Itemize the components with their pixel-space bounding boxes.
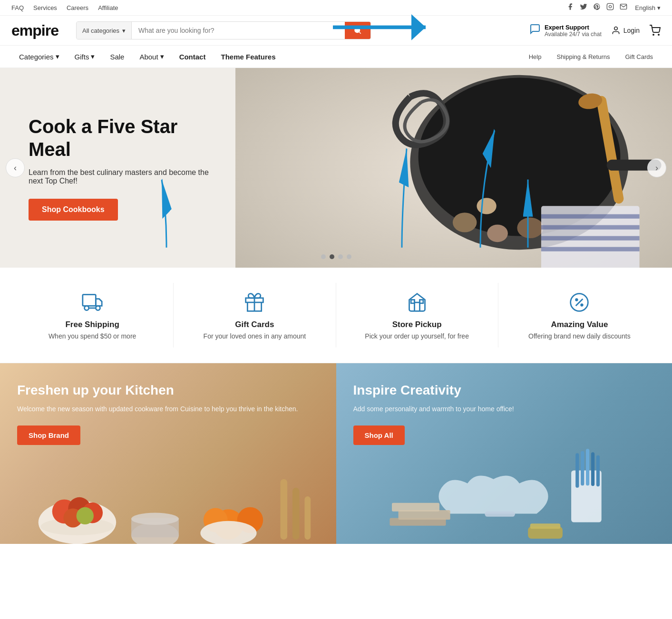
- language-selector[interactable]: English ▾: [635, 4, 661, 11]
- hero-slider: ‹ Cook a Five Star Meal Learn from the b…: [0, 68, 672, 268]
- feature-store-pickup-title: Store Pickup: [392, 320, 442, 329]
- svg-point-23: [85, 306, 89, 310]
- login-button[interactable]: Login: [611, 26, 640, 35]
- svg-point-4: [614, 27, 617, 30]
- svg-rect-48: [281, 479, 288, 540]
- percent-icon: [567, 290, 591, 314]
- slider-dot-2[interactable]: [330, 254, 334, 259]
- slider-dot-1[interactable]: [321, 254, 326, 259]
- gifts-chevron-icon: ▾: [91, 52, 95, 61]
- careers-link[interactable]: Careers: [67, 4, 88, 11]
- svg-point-5: [653, 34, 654, 35]
- expert-support-text: Expert Support Available 24/7 via chat: [545, 24, 602, 38]
- svg-rect-29: [419, 300, 423, 303]
- svg-rect-20: [541, 236, 639, 241]
- features-bar: Free Shipping When you spend $50 or more…: [0, 268, 672, 363]
- category-dropdown[interactable]: All categories ▾: [77, 22, 132, 39]
- hero-next-button[interactable]: ›: [647, 158, 666, 177]
- logo[interactable]: empire: [11, 22, 68, 39]
- expert-support: Expert Support Available 24/7 via chat: [529, 23, 602, 38]
- store-icon: [405, 290, 429, 314]
- search-input[interactable]: [132, 22, 345, 39]
- top-bar: FAQ Services Careers Affiliate English ▾: [0, 0, 672, 16]
- nav-item-sale[interactable]: Sale: [102, 46, 132, 68]
- shop-cookbooks-button[interactable]: Shop Cookbooks: [29, 199, 118, 221]
- svg-rect-49: [292, 488, 300, 540]
- feature-free-shipping-desc: When you spend $50 or more: [49, 332, 136, 340]
- expert-support-subtitle: Available 24/7 via chat: [545, 31, 602, 38]
- promo-creativity-title: Inspire Creativity: [353, 382, 655, 398]
- services-link[interactable]: Services: [33, 4, 57, 11]
- svg-rect-50: [304, 496, 311, 540]
- svg-rect-19: [541, 225, 639, 230]
- promo-kitchen-subtitle: Welcome the new season with updated cook…: [17, 404, 319, 414]
- category-label: All categories: [82, 27, 119, 34]
- feature-amazing-value: Amazing Value Offering brand new daily d…: [498, 283, 661, 348]
- top-bar-right: English ▾: [566, 3, 661, 12]
- email-icon[interactable]: [620, 3, 627, 12]
- nav-item-theme-features[interactable]: Theme Features: [213, 46, 283, 68]
- instagram-icon[interactable]: [606, 3, 614, 12]
- svg-point-47: [131, 513, 179, 525]
- shop-brand-button[interactable]: Shop Brand: [17, 426, 80, 445]
- about-chevron-icon: ▾: [160, 52, 164, 61]
- language-label: English: [635, 4, 655, 11]
- kitchen-illustration: [0, 445, 336, 544]
- main-nav: Categories ▾ Gifts ▾ Sale About ▾ Contac…: [0, 46, 672, 68]
- user-icon: [611, 26, 621, 35]
- nav-item-about[interactable]: About ▾: [132, 46, 171, 68]
- svg-line-3: [359, 32, 360, 33]
- svg-rect-18: [541, 214, 639, 219]
- categories-chevron-icon: ▾: [56, 52, 59, 61]
- svg-point-13: [487, 224, 508, 242]
- shop-all-button[interactable]: Shop All: [353, 426, 405, 445]
- search-wrapper: All categories ▾: [76, 21, 371, 39]
- nav-item-categories[interactable]: Categories ▾: [11, 46, 67, 68]
- feature-amazing-value-desc: Offering brand new daily discounts: [528, 332, 631, 340]
- facebook-icon[interactable]: [566, 3, 574, 12]
- pinterest-icon[interactable]: [593, 3, 601, 12]
- office-illustration: [336, 445, 672, 544]
- svg-rect-22: [83, 295, 96, 306]
- svg-rect-62: [530, 523, 560, 529]
- slider-dot-3[interactable]: [338, 254, 343, 259]
- svg-point-14: [517, 217, 543, 238]
- feature-gift-cards: Gift Cards For your loved ones in any am…: [174, 283, 336, 348]
- svg-point-2: [354, 27, 360, 33]
- feature-free-shipping-title: Free Shipping: [65, 320, 119, 329]
- nav-item-gifts[interactable]: Gifts ▾: [67, 46, 103, 68]
- top-bar-links: FAQ Services Careers Affiliate: [11, 4, 118, 11]
- affiliate-link[interactable]: Affiliate: [98, 4, 118, 11]
- hero-content: Cook a Five Star Meal Learn from the bes…: [0, 87, 238, 249]
- nav-item-help[interactable]: Help: [521, 47, 549, 67]
- nav-item-shipping[interactable]: Shipping & Returns: [549, 47, 617, 67]
- svg-rect-28: [411, 300, 414, 303]
- cart-icon: [649, 25, 661, 36]
- shipping-icon: [80, 290, 104, 314]
- search-button[interactable]: [345, 22, 370, 39]
- chat-icon: [529, 23, 541, 38]
- slider-dot-4[interactable]: [347, 254, 351, 259]
- feature-store-pickup-desc: Pick your order up yourself, for free: [365, 332, 469, 340]
- promo-card-kitchen: Freshen up your Kitchen Welcome the new …: [0, 363, 336, 544]
- feature-gift-cards-desc: For your loved ones in any amount: [204, 332, 306, 340]
- feature-free-shipping: Free Shipping When you spend $50 or more: [11, 283, 174, 348]
- cart-button[interactable]: [649, 25, 661, 36]
- faq-link[interactable]: FAQ: [11, 4, 24, 11]
- svg-rect-59: [398, 510, 450, 520]
- svg-point-40: [77, 507, 94, 524]
- nav-item-contact[interactable]: Contact: [172, 46, 214, 68]
- svg-rect-52: [575, 453, 579, 488]
- svg-rect-21: [541, 247, 639, 251]
- svg-rect-60: [391, 503, 439, 512]
- feature-gift-cards-title: Gift Cards: [235, 320, 274, 329]
- hero-image: [235, 68, 672, 268]
- hero-prev-button[interactable]: ‹: [6, 158, 25, 177]
- promo-card-creativity: Inspire Creativity Add some personality …: [336, 363, 672, 544]
- header-right: Expert Support Available 24/7 via chat L…: [529, 23, 661, 38]
- nav-item-gift-cards[interactable]: Gift Cards: [617, 47, 661, 67]
- hero-title: Cook a Five Star Meal: [29, 115, 209, 161]
- twitter-icon[interactable]: [580, 3, 587, 12]
- svg-point-32: [576, 299, 578, 301]
- nav-left: Categories ▾ Gifts ▾ Sale About ▾ Contac…: [11, 46, 283, 68]
